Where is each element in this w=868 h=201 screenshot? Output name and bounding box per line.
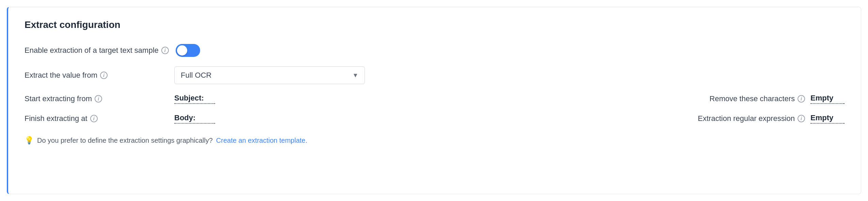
enable-extraction-label: Enable extraction of a target text sampl…: [25, 46, 169, 55]
finish-extracting-left: Finish extracting at i Body:: [25, 113, 215, 124]
create-extraction-template-link[interactable]: Create an extraction template.: [216, 137, 307, 144]
start-extracting-right: Remove these characters i Empty: [709, 94, 845, 104]
toggle-track[interactable]: [176, 44, 200, 57]
extraction-regex-info-icon[interactable]: i: [798, 115, 805, 122]
start-extracting-left: Start extracting from i Subject:: [25, 94, 215, 104]
remove-characters-label: Remove these characters i: [709, 94, 805, 103]
extract-value-from-info-icon[interactable]: i: [100, 72, 108, 79]
extraction-regex-label-text: Extraction regular expression: [698, 114, 795, 123]
enable-extraction-toggle[interactable]: [176, 44, 200, 57]
remove-characters-info-icon[interactable]: i: [798, 95, 805, 103]
start-extracting-info-icon[interactable]: i: [95, 95, 102, 103]
tip-text: Do you prefer to define the extraction s…: [37, 137, 213, 144]
extract-value-from-label-text: Extract the value from: [25, 71, 97, 80]
extract-value-from-label: Extract the value from i: [25, 71, 167, 80]
finish-extracting-value[interactable]: Body:: [174, 113, 215, 124]
remove-characters-label-text: Remove these characters: [709, 94, 795, 103]
enable-extraction-row: Enable extraction of a target text sampl…: [25, 44, 845, 57]
panel-title: Extract configuration: [25, 19, 845, 30]
start-extracting-label-text: Start extracting from: [25, 94, 92, 103]
dropdown-arrow-icon: ▼: [352, 72, 358, 79]
enable-extraction-info-icon[interactable]: i: [161, 47, 169, 54]
start-extracting-value[interactable]: Subject:: [174, 94, 215, 104]
start-extracting-row: Start extracting from i Subject: Remove …: [25, 94, 845, 104]
extract-value-from-dropdown[interactable]: Full OCR ▼: [174, 66, 365, 84]
extract-configuration-panel: Extract configuration Enable extraction …: [7, 7, 861, 194]
tip-icon: 💡: [25, 136, 34, 145]
finish-extracting-label-text: Finish extracting at: [25, 114, 87, 123]
extraction-regex-label: Extraction regular expression i: [698, 114, 805, 123]
finish-extracting-row: Finish extracting at i Body: Extraction …: [25, 113, 845, 124]
extraction-regex-value[interactable]: Empty: [810, 113, 845, 124]
remove-characters-value[interactable]: Empty: [810, 94, 845, 104]
finish-extracting-label: Finish extracting at i: [25, 114, 167, 123]
toggle-thumb: [177, 45, 187, 56]
extract-value-from-row: Extract the value from i Full OCR ▼: [25, 66, 845, 84]
finish-extracting-right: Extraction regular expression i Empty: [698, 113, 845, 124]
start-extracting-label: Start extracting from i: [25, 94, 167, 103]
finish-extracting-info-icon[interactable]: i: [90, 115, 98, 122]
form-rows: Enable extraction of a target text sampl…: [25, 44, 845, 145]
enable-extraction-label-text: Enable extraction of a target text sampl…: [25, 46, 159, 55]
tip-row: 💡 Do you prefer to define the extraction…: [25, 136, 845, 145]
dropdown-selected-value: Full OCR: [181, 71, 211, 80]
